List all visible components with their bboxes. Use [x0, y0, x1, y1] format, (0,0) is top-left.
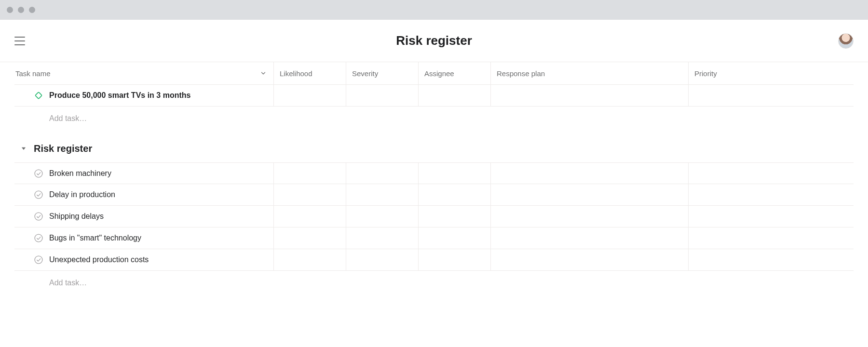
app-window: Risk register Task name Likelihood Sever…: [0, 0, 868, 347]
table-row[interactable]: Produce 50,000 smart TVs in 3 months: [14, 85, 854, 107]
svg-rect-0: [35, 92, 42, 99]
svg-marker-1: [22, 147, 26, 150]
table-row[interactable]: Broken machinery: [14, 162, 854, 184]
cell-severity[interactable]: [346, 163, 419, 184]
table-row[interactable]: Bugs in "smart" technology: [14, 227, 854, 249]
cell-likelihood[interactable]: [274, 227, 346, 249]
cell-severity[interactable]: [346, 85, 419, 106]
column-header-severity[interactable]: Severity: [346, 62, 419, 84]
cell-response-plan[interactable]: [491, 249, 689, 270]
cell-severity[interactable]: [346, 206, 419, 227]
task-name-label: Shipping delays: [49, 212, 104, 221]
section-header[interactable]: Risk register: [14, 134, 854, 162]
column-header-priority[interactable]: Priority: [689, 62, 854, 84]
check-circle-icon[interactable]: [34, 255, 43, 265]
traffic-light-zoom[interactable]: [29, 7, 35, 13]
cell-priority[interactable]: [689, 184, 854, 205]
chevron-down-icon[interactable]: [260, 70, 267, 77]
column-header-likelihood[interactable]: Likelihood: [274, 62, 346, 84]
cell-response-plan[interactable]: [491, 184, 689, 205]
cell-severity[interactable]: [346, 184, 419, 205]
traffic-light-minimize[interactable]: [18, 7, 24, 13]
cell-severity[interactable]: [346, 227, 419, 249]
svg-point-2: [35, 170, 42, 177]
table-row[interactable]: Unexpected production costs: [14, 249, 854, 271]
caret-down-icon[interactable]: [20, 145, 27, 152]
content-area: Task name Likelihood Severity Assignee R…: [0, 62, 868, 347]
milestone-icon: [34, 91, 43, 100]
column-header-task-name-label: Task name: [15, 69, 51, 78]
cell-priority[interactable]: [689, 163, 854, 184]
cell-priority[interactable]: [689, 85, 854, 106]
add-task-button[interactable]: Add task…: [14, 271, 854, 295]
task-name-label: Produce 50,000 smart TVs in 3 months: [49, 91, 190, 100]
add-task-button[interactable]: Add task…: [14, 107, 854, 131]
cell-assignee[interactable]: [419, 163, 491, 184]
cell-response-plan[interactable]: [491, 85, 689, 106]
page-title: Risk register: [396, 33, 472, 48]
task-cell[interactable]: Bugs in "smart" technology: [14, 227, 274, 249]
check-circle-icon[interactable]: [34, 169, 43, 178]
cell-likelihood[interactable]: [274, 249, 346, 270]
column-headers: Task name Likelihood Severity Assignee R…: [14, 62, 854, 85]
task-name-label: Bugs in "smart" technology: [49, 234, 141, 242]
cell-priority[interactable]: [689, 206, 854, 227]
task-cell[interactable]: Delay in production: [14, 184, 274, 205]
cell-severity[interactable]: [346, 249, 419, 270]
cell-assignee[interactable]: [419, 206, 491, 227]
check-circle-icon[interactable]: [34, 233, 43, 243]
column-header-response-plan[interactable]: Response plan: [491, 62, 689, 84]
cell-assignee[interactable]: [419, 249, 491, 270]
user-avatar[interactable]: [838, 33, 854, 49]
svg-point-6: [35, 256, 42, 264]
svg-point-4: [35, 213, 42, 220]
task-cell[interactable]: Produce 50,000 smart TVs in 3 months: [14, 85, 274, 106]
cell-priority[interactable]: [689, 249, 854, 270]
table-row[interactable]: Delay in production: [14, 184, 854, 206]
cell-likelihood[interactable]: [274, 206, 346, 227]
svg-point-5: [35, 234, 42, 242]
cell-response-plan[interactable]: [491, 227, 689, 249]
task-name-label: Broken machinery: [49, 169, 111, 178]
cell-likelihood[interactable]: [274, 85, 346, 106]
svg-point-3: [35, 191, 42, 199]
menu-icon[interactable]: [14, 37, 25, 45]
cell-assignee[interactable]: [419, 85, 491, 106]
cell-priority[interactable]: [689, 227, 854, 249]
task-cell[interactable]: Unexpected production costs: [14, 249, 274, 270]
task-name-label: Unexpected production costs: [49, 255, 149, 264]
cell-assignee[interactable]: [419, 184, 491, 205]
cell-response-plan[interactable]: [491, 163, 689, 184]
task-cell[interactable]: Broken machinery: [14, 163, 274, 184]
add-task-label: Add task…: [49, 279, 87, 287]
cell-likelihood[interactable]: [274, 163, 346, 184]
window-titlebar: [0, 0, 868, 20]
cell-likelihood[interactable]: [274, 184, 346, 205]
task-cell[interactable]: Shipping delays: [14, 206, 274, 227]
add-task-label: Add task…: [49, 114, 87, 123]
section-title: Risk register: [34, 143, 92, 154]
check-circle-icon[interactable]: [34, 190, 43, 200]
cell-response-plan[interactable]: [491, 206, 689, 227]
table-row[interactable]: Shipping delays: [14, 206, 854, 227]
column-header-assignee[interactable]: Assignee: [419, 62, 491, 84]
traffic-light-close[interactable]: [7, 7, 13, 13]
cell-assignee[interactable]: [419, 227, 491, 249]
task-name-label: Delay in production: [49, 190, 115, 199]
column-header-task-name[interactable]: Task name: [14, 62, 274, 84]
check-circle-icon[interactable]: [34, 212, 43, 221]
page-header: Risk register: [0, 20, 868, 62]
